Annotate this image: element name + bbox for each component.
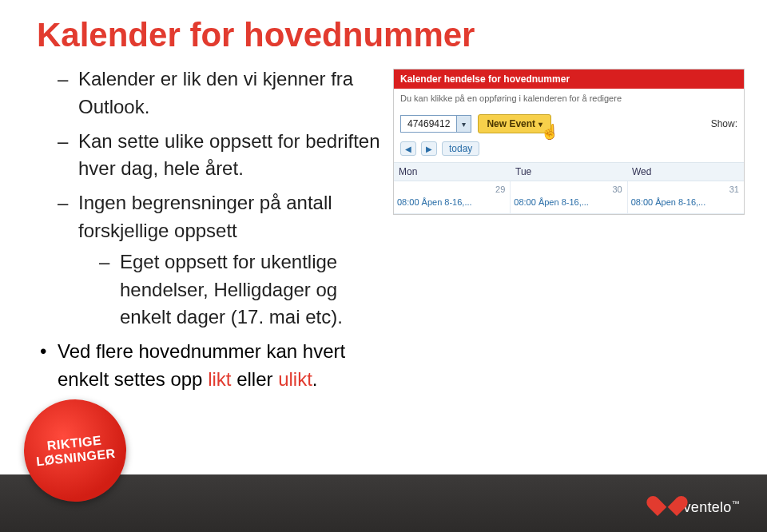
calendar-event[interactable]: 08:00 Åpen 8-16,... — [631, 197, 741, 208]
brand-logo: ventelo™ — [655, 495, 740, 519]
bullet-item: Ingen begrensninger på antall forskjelli… — [58, 189, 393, 332]
sub-bullet-list: Eget oppsett for ukentlige hendelser, He… — [99, 248, 393, 332]
calendar-cell[interactable]: 29 08:00 Åpen 8-16,... — [394, 181, 511, 214]
trademark-icon: ™ — [732, 499, 740, 508]
word-eller: eller — [231, 368, 278, 390]
next-button[interactable]: ▶ — [421, 141, 437, 156]
calendar-header: Kalender hendelse for hovednummer — [394, 69, 744, 89]
dot-bullet-item: Ved flere hovednummer kan hvert enkelt s… — [37, 338, 393, 394]
calendar-subtitle: Du kan klikke på en oppføring i kalender… — [394, 89, 744, 111]
number-select-value: 47469412 — [401, 118, 456, 129]
new-event-label: New Event — [487, 118, 535, 129]
bullet-item: Kalender er lik den vi kjenner fra Outlo… — [58, 66, 393, 121]
number-select[interactable]: 47469412 ▾ — [400, 115, 471, 133]
day-number: 29 — [397, 183, 507, 197]
brand-name: ventelo — [684, 499, 732, 515]
day-number: 31 — [631, 183, 741, 197]
show-label: Show: — [711, 118, 737, 129]
bullet-item: Kan sette ulike oppsett for bedriften hv… — [58, 128, 393, 184]
calendar-day-header: Mon Tue Wed — [394, 162, 744, 181]
text-column: Kalender er lik den vi kjenner fra Outlo… — [58, 66, 393, 394]
new-event-button[interactable]: New Event ▾ — [478, 114, 551, 133]
sub-bullet-item: Eget oppsett for ukentlige hendelser, He… — [99, 248, 393, 332]
today-button[interactable]: today — [442, 141, 479, 156]
calendar-screenshot: Kalender hendelse for hovednummer Du kan… — [393, 69, 745, 215]
day-header-mon: Mon — [394, 163, 511, 181]
word-likt: likt — [208, 368, 231, 390]
hand-cursor-icon — [541, 123, 555, 141]
dot-bullet-list: Ved flere hovednummer kan hvert enkelt s… — [37, 338, 393, 394]
day-header-tue: Tue — [511, 163, 627, 181]
bullet-text: Ingen begrensninger på antall forskjelli… — [78, 192, 332, 241]
bullet-list: Kalender er lik den vi kjenner fra Outlo… — [58, 66, 393, 332]
heart-icon — [655, 495, 679, 519]
calendar-event[interactable]: 08:00 Åpen 8-16,... — [514, 197, 623, 208]
calendar-event[interactable]: 08:00 Åpen 8-16,... — [397, 197, 507, 208]
calendar-cell[interactable]: 31 08:00 Åpen 8-16,... — [628, 181, 744, 214]
period: . — [312, 368, 318, 390]
chevron-down-icon: ▾ — [456, 116, 471, 132]
day-header-wed: Wed — [627, 163, 744, 181]
prev-button[interactable]: ◀ — [400, 141, 416, 156]
page-title: Kalender for hovednummer — [0, 0, 767, 66]
day-number: 30 — [514, 183, 623, 197]
calendar-cell[interactable]: 30 08:00 Åpen 8-16,... — [511, 181, 627, 214]
word-ulikt: ulikt — [278, 368, 312, 390]
calendar-row: 29 08:00 Åpen 8-16,... 30 08:00 Åpen 8-1… — [394, 181, 744, 214]
